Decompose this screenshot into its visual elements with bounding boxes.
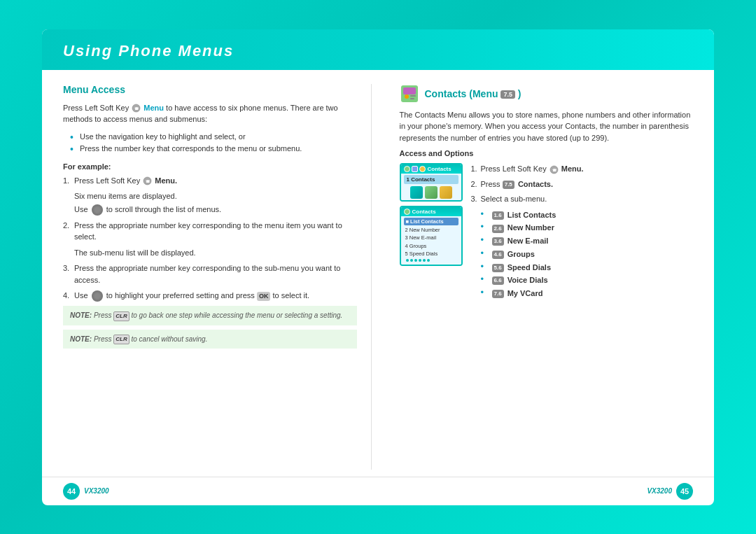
contacts-title-end: ) xyxy=(518,88,522,99)
clr-key-1: CLR xyxy=(113,311,129,321)
right-panel: Contacts (Menu 7.5 ) The Contacts Menu a… xyxy=(393,84,694,470)
step-1: 1. Press Left Soft Key ☎ Menu. xyxy=(63,175,357,187)
note-box-1: NOTE: Press CLR to go back one step whil… xyxy=(63,306,357,325)
left-soft-key-icon-2: ☎ xyxy=(143,176,152,185)
step-4: 4. Use to highlight your preferred setti… xyxy=(63,290,357,302)
contacts-section-icon xyxy=(400,84,419,104)
sub-menu-text-7: My VCard xyxy=(507,289,543,297)
sub-menu-badge-4: 4.6 xyxy=(492,251,504,259)
contacts-step-3-num: 3. xyxy=(471,193,477,206)
screen-2-top: Contacts xyxy=(401,207,461,216)
left-page-num: 44 xyxy=(63,483,80,500)
note-box-2: NOTE: Press CLR to cancel without saving… xyxy=(63,330,357,349)
page-container: Using Phone Menus Menu Access Press Left… xyxy=(42,29,714,505)
page-num-left: 44 VX3200 xyxy=(63,483,109,500)
note-label-1: NOTE: xyxy=(70,311,92,319)
clr-key-2: CLR xyxy=(113,335,129,344)
sub-menu-item-1: 1.6 List Contacts xyxy=(481,209,694,222)
step-1-line-2: Use to scroll through the list of menus. xyxy=(63,204,357,216)
contacts-step-2-num: 2. xyxy=(471,178,477,191)
note-text-1: to go back one step while accessing the … xyxy=(131,311,342,319)
contacts-step-2-bold: Contacts. xyxy=(518,180,553,188)
right-page-num: 45 xyxy=(676,483,693,500)
contacts-step-3: 3. Select a sub-menu. xyxy=(471,193,694,206)
page-header: Using Phone Menus xyxy=(42,29,714,70)
svg-text:☎: ☎ xyxy=(134,106,139,111)
sub-menu-text-2: New Number xyxy=(507,223,554,232)
contacts-step-1-bold: Menu. xyxy=(561,164,584,173)
ok-icon: OK xyxy=(257,292,271,302)
sub-menu-badge-6: 6.6 xyxy=(492,276,504,285)
sub-menu-item-3: 3.6 New E-mail xyxy=(481,234,694,248)
contacts-steps: 1. Press Left Soft Key ☎ Menu. 2. Press … xyxy=(471,163,694,300)
screen-2-item-4: 5 Speed Dials xyxy=(404,250,458,258)
steps-list: 1. Press Left Soft Key ☎ Menu. Six menu … xyxy=(63,175,357,302)
note-text-2: to cancel without saving. xyxy=(131,335,207,343)
screen-2-highlighted: ■ List Contacts xyxy=(404,218,458,225)
svg-rect-7 xyxy=(410,95,416,97)
contacts-step-1-num: 1. xyxy=(471,163,477,176)
screen-2-title: Contacts xyxy=(412,209,436,215)
screen-1-graphic xyxy=(404,186,458,199)
step-2-line-1: The sub-menu list will be displayed. xyxy=(63,247,357,259)
page-content: Menu Access Press Left Soft Key ☎ Menu t… xyxy=(42,70,714,477)
sub-menu-item-2: 2.6 New Number xyxy=(481,221,694,234)
contacts-intro: The Contacts Menu allows you to store na… xyxy=(400,109,694,144)
left-model: VX3200 xyxy=(84,487,109,495)
bullet-list: Use the navigation key to highlight and … xyxy=(63,131,357,155)
page-num-right: VX3200 45 xyxy=(647,483,693,500)
contacts-step-1: 1. Press Left Soft Key ☎ Menu. xyxy=(471,163,694,176)
sub-menu-item-7: 7.6 My VCard xyxy=(481,287,694,300)
sub-menu-text-5: Speed Dials xyxy=(507,263,551,272)
sub-menu-badge-1: 1.6 xyxy=(492,211,504,220)
sub-menu-badge-7: 7.6 xyxy=(492,290,504,298)
step-3-num: 3. xyxy=(63,262,69,274)
sub-menu-badge-3: 3.6 xyxy=(492,237,504,246)
step-1-line-1: Six menu items are displayed. xyxy=(63,190,357,202)
sub-menu-text-6: Voice Dials xyxy=(507,276,548,284)
right-body: Contacts 1 Contacts xyxy=(400,163,694,300)
svg-text:☎: ☎ xyxy=(552,168,556,172)
access-options-title: Access and Options xyxy=(400,149,694,157)
right-model: VX3200 xyxy=(647,487,672,495)
sub-menu-text-3: New E-mail xyxy=(507,237,549,245)
sub-menu-item-4: 4.6 Groups xyxy=(481,248,694,261)
screen-1-item: 1 Contacts xyxy=(404,175,458,184)
note-label-2: NOTE: xyxy=(70,335,92,343)
contacts-header: Contacts (Menu 7.5 ) xyxy=(400,84,694,104)
step-4-num: 4. xyxy=(63,290,69,302)
left-section-title: Menu Access xyxy=(63,84,357,95)
sub-menu-text-1: List Contacts xyxy=(507,211,556,219)
screen-1-top: Contacts xyxy=(401,164,461,174)
step-2: 2. Press the appropriate number key corr… xyxy=(63,220,357,243)
screen-2-body: ■ List Contacts 2 New Number 3 New E-mai… xyxy=(401,216,461,265)
left-soft-key-icon-3: ☎ xyxy=(550,165,559,174)
step-3: 3. Press the appropriate number key corr… xyxy=(63,262,357,286)
bullet-item: Use the navigation key to highlight and … xyxy=(70,131,357,143)
screen-2-item-3: 4 Groups xyxy=(404,242,458,250)
nav-icon-2 xyxy=(92,290,103,302)
phone-screenshots: Contacts 1 Contacts xyxy=(400,163,463,300)
sub-menu-text-4: Groups xyxy=(507,250,535,258)
right-section-title: Contacts (Menu 7.5 ) xyxy=(425,88,522,99)
page-footer: 44 VX3200 VX3200 45 xyxy=(42,477,714,505)
screen-2-item-2: 3 New E-mail xyxy=(404,234,458,241)
sub-menu-list: 1.6 List Contacts 2.6 New Number 3.6 New… xyxy=(471,209,694,300)
contacts-step-2: 2. Press 7.5 Contacts. xyxy=(471,178,694,191)
screen-1-body: 1 Contacts xyxy=(401,174,461,200)
bullet-item: Press the number key that corresponds to… xyxy=(70,143,357,155)
menu-number-badge: 7.5 xyxy=(500,90,515,99)
svg-point-6 xyxy=(405,94,409,99)
left-intro-text: Press Left Soft Key ☎ Menu to have acces… xyxy=(63,102,357,125)
contacts-title-text: Contacts (Menu xyxy=(425,88,498,99)
screen-2-item-1: 2 New Number xyxy=(404,226,458,234)
sub-menu-badge-2: 2.6 xyxy=(492,225,504,233)
phone-screen-2: Contacts ■ List Contacts 2 New Number 3 … xyxy=(400,206,463,266)
menu-label: Menu xyxy=(144,104,164,112)
left-soft-key-icon: ☎ xyxy=(132,104,141,113)
step-1-num: 1. xyxy=(63,175,69,187)
nav-icon-1 xyxy=(92,204,103,216)
svg-rect-5 xyxy=(403,87,416,94)
intro-rest: to have access to six phone menus. There… xyxy=(63,104,338,124)
screen-2-dots xyxy=(404,258,458,263)
